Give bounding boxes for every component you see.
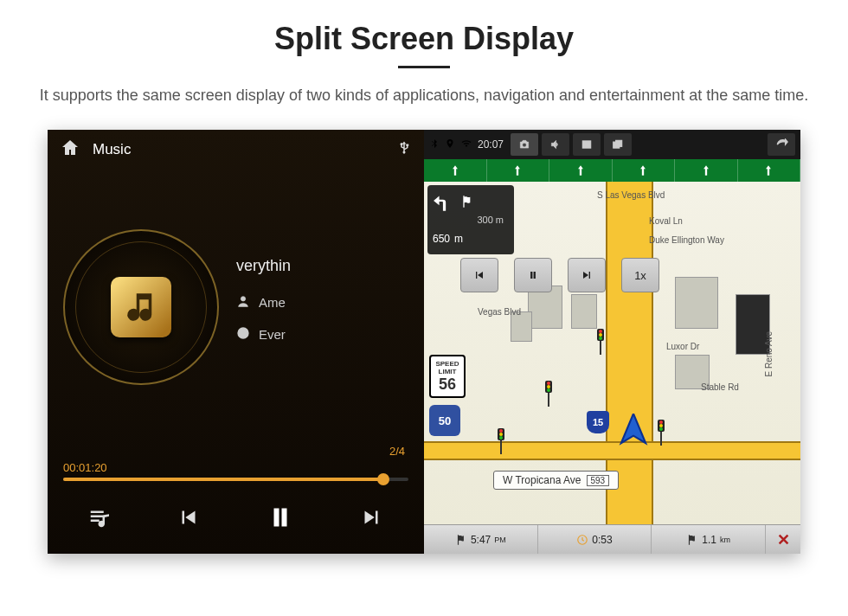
pause-icon[interactable] <box>265 502 296 536</box>
svg-point-2 <box>242 331 245 334</box>
eta-time: 5:47 <box>471 534 491 546</box>
music-app-label: Music <box>93 141 131 158</box>
progress-fill <box>63 478 381 481</box>
street-label: Stable Rd <box>701 382 739 392</box>
album-row: Ever <box>236 326 415 343</box>
lane-arrow <box>738 159 801 182</box>
current-position-arrow <box>619 414 648 452</box>
disc-icon <box>236 326 250 343</box>
playback-speed-button[interactable]: 1x <box>621 258 659 292</box>
street-label: Koval Ln <box>649 216 683 226</box>
track-counter: 2/4 <box>63 445 408 458</box>
home-icon[interactable] <box>60 138 80 162</box>
duration-segment[interactable]: 0:53 <box>538 525 652 554</box>
camera-icon[interactable] <box>511 133 538 156</box>
progress-area: 2/4 00:01:20 <box>48 445 424 486</box>
turn-left-icon <box>433 190 455 213</box>
nav-bottom-bar: 5:47 PM 0:53 1.1 km ✕ <box>424 524 800 554</box>
location-icon <box>445 138 455 151</box>
bluetooth-icon <box>429 138 440 151</box>
street-label: Luxor Dr <box>666 342 699 351</box>
artist-name: Ame <box>259 295 286 310</box>
music-controls <box>48 486 424 554</box>
speed-limit-label: SPEED <box>435 360 459 368</box>
album-art[interactable] <box>63 229 219 385</box>
turn-instruction: 300 m 650 m <box>427 185 514 254</box>
usb-icon[interactable] <box>396 140 412 159</box>
page-title: Split Screen Display <box>0 0 848 57</box>
lane-guidance <box>424 159 800 182</box>
street-label: S Las Vegas Blvd <box>597 190 665 200</box>
lane-arrow <box>424 159 487 182</box>
close-app-icon[interactable] <box>573 133 601 156</box>
interstate-shield: 15 <box>587 411 609 433</box>
wifi-icon <box>460 138 472 151</box>
turn-sub-distance: 300 m <box>433 215 504 225</box>
street-label: E Reno Ave <box>764 331 774 377</box>
artist-row: Ame <box>236 294 415 311</box>
speed-limit-sign: SPEED LIMIT 56 <box>429 355 466 398</box>
status-icons: 20:07 <box>429 138 507 151</box>
volume-icon[interactable] <box>542 133 569 156</box>
playback-prev-button[interactable] <box>460 258 498 292</box>
street-label: Duke Ellington Way <box>649 235 724 245</box>
road-main-horizontal <box>424 441 800 460</box>
checkered-flag-icon <box>460 193 474 210</box>
lane-arrow <box>613 159 676 182</box>
person-icon <box>236 294 250 311</box>
music-top-bar: Music <box>48 130 424 170</box>
navigation-panel: 20:07 <box>424 130 800 554</box>
music-panel: Music verythin Ame Ever <box>48 130 424 554</box>
duration-value: 0:53 <box>592 534 612 546</box>
playback-pause-button[interactable] <box>514 258 552 292</box>
close-button[interactable]: ✕ <box>766 525 800 554</box>
lane-arrow <box>549 159 613 182</box>
svg-point-0 <box>241 296 245 300</box>
distance-value: 1.1 <box>702 534 716 546</box>
speed-limit-label: LIMIT <box>439 368 457 375</box>
traffic-light-icon <box>597 329 604 355</box>
turn-main-distance: 650 <box>433 233 450 245</box>
playlist-icon[interactable] <box>87 504 113 534</box>
progress-bar[interactable] <box>63 478 408 481</box>
elapsed-time: 00:01:20 <box>63 461 408 474</box>
flag-icon <box>686 534 698 546</box>
street-label: Vegas Blvd <box>478 307 521 317</box>
page-subtitle: It supports the same screen display of t… <box>0 84 848 130</box>
skip-next-icon[interactable] <box>358 504 384 534</box>
recent-apps-icon[interactable] <box>604 133 632 156</box>
highway-shield: 50 <box>429 405 460 436</box>
status-bar: 20:07 <box>424 130 800 159</box>
skip-prev-icon[interactable] <box>176 504 202 534</box>
eta-unit: PM <box>494 536 506 544</box>
progress-knob[interactable] <box>377 473 389 485</box>
svg-rect-5 <box>616 140 622 146</box>
flag-icon <box>455 534 467 546</box>
device-frame: Music verythin Ame Ever <box>48 130 800 554</box>
playback-next-button[interactable] <box>568 258 606 292</box>
current-street-sign: W Tropicana Ave 593 <box>493 471 619 490</box>
track-info: verythin Ame Ever <box>236 257 415 358</box>
music-body: verythin Ame Ever <box>48 170 424 445</box>
map-area[interactable]: S Las Vegas Blvd Koval Ln Duke Ellington… <box>424 182 800 524</box>
current-street-name: W Tropicana Ave <box>503 474 581 486</box>
lane-arrow <box>675 159 738 182</box>
status-time: 20:07 <box>478 138 504 151</box>
distance-unit: km <box>720 536 730 544</box>
route-playback-controls: 1x <box>460 258 659 292</box>
street-number-badge: 593 <box>587 475 610 486</box>
title-underline <box>398 66 450 68</box>
eta-segment[interactable]: 5:47 PM <box>424 525 538 554</box>
album-name: Ever <box>259 327 286 342</box>
distance-segment[interactable]: 1.1 km <box>652 525 766 554</box>
music-note-icon <box>111 277 171 337</box>
traffic-light-icon <box>498 428 504 454</box>
turn-main-unit: m <box>454 233 463 245</box>
traffic-light-icon <box>658 420 665 446</box>
highway-number: 50 <box>439 414 451 427</box>
traffic-light-icon <box>545 381 552 407</box>
lane-arrow <box>487 159 550 182</box>
speed-limit-value: 56 <box>439 375 456 394</box>
track-title: verythin <box>236 257 415 275</box>
back-icon[interactable] <box>768 133 795 156</box>
